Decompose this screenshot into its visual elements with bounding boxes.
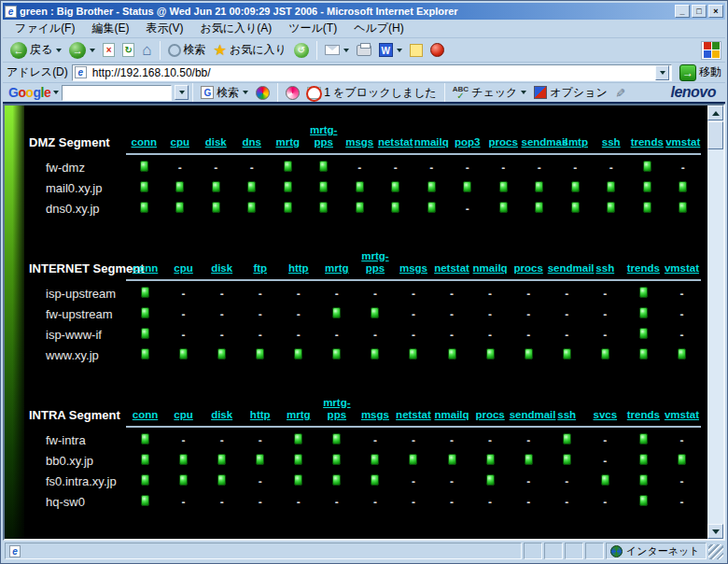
vertical-scrollbar[interactable]: [707, 106, 723, 539]
column-link-mrtgpps[interactable]: mrtg-pps: [310, 124, 337, 148]
status-ok-dot[interactable]: [284, 202, 292, 213]
google-news-button[interactable]: [252, 85, 273, 101]
address-input[interactable]: [90, 66, 655, 79]
column-link-nmailq[interactable]: nmailq: [473, 262, 508, 275]
status-ok-dot[interactable]: [679, 202, 687, 213]
status-ok-dot[interactable]: [563, 433, 571, 444]
status-ok-dot[interactable]: [247, 181, 256, 192]
status-ok-dot[interactable]: [643, 202, 651, 213]
status-ok-dot[interactable]: [332, 307, 341, 318]
status-ok-dot[interactable]: [319, 181, 328, 192]
status-ok-dot[interactable]: [601, 348, 609, 360]
status-ok-dot[interactable]: [643, 181, 651, 192]
scrollbar-thumb[interactable]: [707, 121, 723, 149]
column-link-mrtg[interactable]: mrtg: [275, 136, 300, 148]
column-link-trends[interactable]: trends: [631, 136, 664, 148]
status-ok-dot[interactable]: [294, 433, 302, 444]
status-ok-dot[interactable]: [294, 348, 302, 360]
google-search-dropdown-icon[interactable]: [243, 91, 248, 94]
minimize-button[interactable]: _: [675, 5, 690, 18]
status-ok-dot[interactable]: [175, 202, 184, 213]
status-ok-dot[interactable]: [212, 181, 220, 192]
column-link-svcs[interactable]: svcs: [593, 409, 617, 421]
menu-tools[interactable]: ツール(T): [280, 19, 345, 38]
status-ok-dot[interactable]: [535, 181, 543, 192]
status-ok-dot[interactable]: [427, 181, 436, 192]
column-link-mrtg[interactable]: mrtg: [325, 262, 349, 275]
spellcheck-button[interactable]: ABC✓ チェック: [449, 84, 530, 102]
menu-edit[interactable]: 編集(E): [83, 19, 137, 38]
status-ok-dot[interactable]: [217, 474, 226, 486]
column-link-conn[interactable]: conn: [133, 409, 158, 421]
column-link-mrtgpps[interactable]: mrtg-pps: [361, 250, 388, 275]
status-ok-dot[interactable]: [391, 202, 399, 213]
print-button[interactable]: [353, 44, 375, 57]
column-link-netstat[interactable]: netstat: [434, 262, 469, 275]
status-ok-dot[interactable]: [639, 474, 648, 486]
column-link-ssh[interactable]: ssh: [595, 262, 614, 275]
maximize-button[interactable]: □: [692, 5, 707, 18]
address-field[interactable]: e: [72, 64, 672, 81]
forward-button[interactable]: →: [65, 41, 99, 60]
home-button[interactable]: ⌂: [138, 42, 155, 59]
column-link-http[interactable]: http: [250, 409, 271, 421]
status-ok-dot[interactable]: [332, 348, 341, 360]
status-ok-dot[interactable]: [294, 474, 302, 486]
column-link-vmstat[interactable]: vmstat: [665, 262, 699, 275]
status-ok-dot[interactable]: [256, 348, 264, 360]
status-ok-dot[interactable]: [409, 348, 417, 360]
status-ok-dot[interactable]: [179, 474, 188, 486]
column-link-http[interactable]: http: [288, 262, 309, 275]
column-link-netstat[interactable]: netstat: [396, 409, 431, 421]
scroll-down-button[interactable]: [707, 524, 723, 539]
mail-button[interactable]: [321, 44, 353, 56]
go-button[interactable]: → 移動: [679, 64, 721, 81]
messenger-button[interactable]: [427, 42, 448, 58]
column-link-disk[interactable]: disk: [211, 262, 232, 275]
column-link-vmstat[interactable]: vmstat: [665, 409, 699, 421]
options-button[interactable]: オプション: [530, 84, 610, 102]
column-link-msgs[interactable]: msgs: [345, 136, 373, 148]
edit-word-button[interactable]: W: [375, 42, 406, 58]
column-link-nmailq[interactable]: nmailq: [414, 136, 449, 148]
word-dropdown-icon[interactable]: [397, 49, 402, 52]
column-link-pop3[interactable]: pop3: [455, 136, 480, 148]
favorites-button[interactable]: ★ お気に入り: [210, 41, 290, 59]
status-ok-dot[interactable]: [256, 454, 264, 465]
spellcheck-dropdown-icon[interactable]: [521, 91, 526, 94]
discuss-button[interactable]: [406, 43, 427, 58]
status-ok-dot[interactable]: [371, 307, 379, 318]
status-ok-dot[interactable]: [571, 202, 580, 213]
status-ok-dot[interactable]: [141, 495, 149, 506]
column-link-smtp[interactable]: smtp: [563, 136, 588, 148]
column-link-procs[interactable]: procs: [489, 136, 518, 148]
column-link-cpu[interactable]: cpu: [174, 409, 192, 421]
column-link-cpu[interactable]: cpu: [171, 136, 189, 148]
status-ok-dot[interactable]: [499, 181, 508, 192]
status-ok-dot[interactable]: [643, 161, 651, 172]
status-ok-dot[interactable]: [427, 202, 436, 213]
status-ok-dot[interactable]: [486, 348, 495, 360]
status-ok-dot[interactable]: [319, 202, 328, 213]
column-link-disk[interactable]: disk: [205, 136, 227, 148]
column-link-cpu[interactable]: cpu: [174, 262, 192, 275]
column-link-sendmail[interactable]: sendmail: [548, 262, 595, 275]
status-ok-dot[interactable]: [639, 307, 648, 318]
menu-help[interactable]: ヘルプ(H): [345, 19, 413, 38]
status-ok-dot[interactable]: [371, 454, 379, 465]
status-ok-dot[interactable]: [212, 202, 220, 213]
status-ok-dot[interactable]: [179, 454, 188, 465]
column-link-netstat[interactable]: netstat: [378, 136, 413, 148]
status-ok-dot[interactable]: [499, 202, 508, 213]
history-button[interactable]: ↺: [290, 42, 313, 59]
status-ok-dot[interactable]: [371, 348, 379, 360]
forward-dropdown-icon[interactable]: [90, 49, 95, 52]
status-ok-dot[interactable]: [639, 348, 648, 360]
status-ok-dot[interactable]: [332, 474, 341, 486]
back-button[interactable]: ← 戻る: [7, 41, 65, 60]
status-ok-dot[interactable]: [486, 454, 495, 465]
status-ok-dot[interactable]: [571, 181, 580, 192]
status-ok-dot[interactable]: [535, 202, 543, 213]
status-ok-dot[interactable]: [563, 348, 571, 360]
resize-grip[interactable]: [708, 544, 723, 559]
